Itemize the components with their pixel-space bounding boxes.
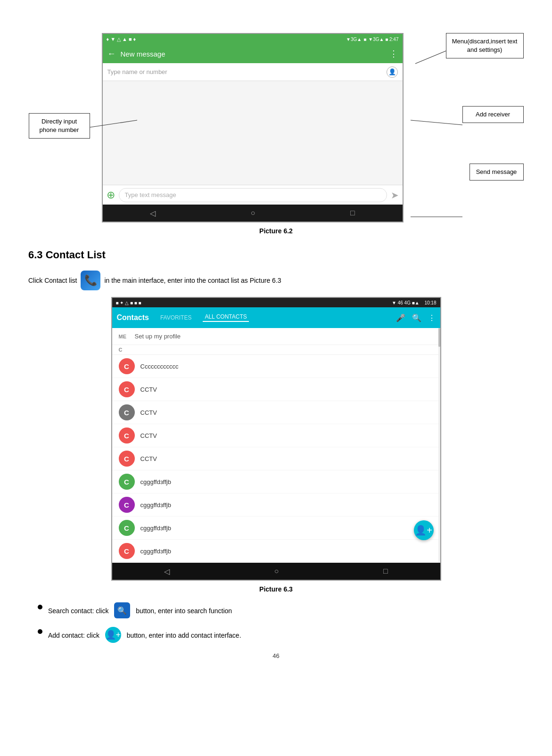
contact-avatar-2: C [119,404,135,420]
bullet-add: Add contact: click 👤+ button, enter into… [38,627,524,643]
contact-row-5[interactable]: C cgggffdзffjb [112,470,440,493]
contact-avatar-5: C [119,474,135,490]
contact-row-8[interactable]: C cgggffdзffjb [112,540,440,563]
contact-name-8: cgggffdзffjb [140,548,171,555]
recents-nav-icon[interactable]: □ [350,209,355,217]
contact-row-2[interactable]: C CCTV [112,401,440,424]
status-bar-62: ♦ ▼ △ ▲ ■ ♦ ▼3G▲ ■ ▼3G▲ ■ 2:47 [103,34,403,44]
section-intro: Click Contact list 📞 in the main interfa… [28,271,524,290]
contact-name-3: CCTV [140,432,157,439]
send-button-icon[interactable]: ➤ [391,189,399,201]
bullet-add-content: Add contact: click 👤+ button, enter into… [48,627,241,643]
send-message-callout: Send message [470,164,524,181]
contact-row-7[interactable]: C cgggffdзffjb [112,517,440,540]
svg-line-1 [411,120,462,125]
recipient-input[interactable]: Type name or number [107,68,387,75]
status-right-info: ▼3G▲ ■ ▼3G▲ ■ 2:47 [346,37,398,42]
add-person-icon[interactable]: 👤 [387,66,398,78]
more-icon[interactable]: ⋮ [389,49,398,59]
contact-name-2: CCTV [140,409,157,416]
time-display: ▼3G▲ ■ 2:47 [368,37,398,42]
contact-name-1: CCTV [140,386,157,393]
status-icon-1: ♦ [107,36,109,42]
nav-bar-63: ◁ ○ □ [112,563,440,580]
bottom-input-bar[interactable]: ⊕ Type text message ➤ [103,185,403,205]
tab-favorites[interactable]: FAVORITES [158,314,193,321]
add-receiver-callout: Add receiver [462,106,524,123]
intro-text-after: in the main interface, enter into the co… [104,277,281,284]
contact-avatar-4: C [119,451,135,467]
tab-all-contacts[interactable]: ALL CONTACTS [203,313,248,322]
contact-avatar-1: C [119,381,135,397]
contacts-toolbar: Contacts FAVORITES ALL CONTACTS 🎤 🔍 ⋮ [112,307,440,328]
scrollbar-track [438,328,440,563]
status-left-icons: ♦ ▼ △ ▲ ■ ♦ [107,36,136,42]
contact-row-3[interactable]: C CCTV [112,424,440,447]
mic-icon[interactable]: 🎤 [396,313,405,322]
battery-icon: ■ [363,37,366,42]
contacts-app-icon: 📞 [81,271,100,290]
screen-title: New message [121,50,385,58]
back-nav-icon[interactable]: ◁ [150,209,156,218]
contacts-recents-nav[interactable]: □ [383,567,388,575]
contacts-me-row[interactable]: ME Set up my profile [112,328,440,345]
message-text-input[interactable]: Type text message [119,188,387,202]
status-icon-3: △ [117,36,121,42]
message-area [103,81,403,185]
add-attachment-icon[interactable]: ⊕ [107,189,115,201]
contact-avatar-0: C [119,358,135,374]
intro-text-before: Click Contact list [28,277,77,284]
bullet-list: Search contact: click 🔍 button, enter in… [28,602,524,643]
caption-62: Picture 6.2 [29,227,524,235]
contacts-time: 10:18 [424,300,436,305]
toolbar-62: ← New message ⋮ [103,44,403,63]
home-nav-icon[interactable]: ○ [251,209,255,217]
contact-avatar-6: C [119,497,135,513]
contacts-home-nav[interactable]: ○ [274,567,279,575]
contact-row-1[interactable]: C CCTV [112,378,440,401]
phone-screen-63: ■ ✦ △ ■ ■ ■ ▼ 46 4G ■▲ 10:18 Contacts FA… [111,297,441,581]
search-button-icon[interactable]: 🔍 [114,602,130,618]
section-c-label: C [119,347,128,353]
contacts-action-icons: 🎤 🔍 ⋮ [396,313,436,322]
contacts-title: Contacts [117,313,149,322]
me-label: ME [119,334,128,339]
section-heading: 6.3 Contact List [28,249,524,261]
section-c-label-row: C [112,345,440,355]
contact-avatar-7: C [119,520,135,536]
directly-input-callout: Directly input phone number [29,113,90,139]
to-field[interactable]: Type name or number 👤 [103,63,403,81]
svg-line-0 [415,51,446,64]
status-icon-6: ♦ [133,36,136,42]
fab-add-contact[interactable]: 👤+ [414,520,434,540]
contacts-list: ME Set up my profile C C Cccccccccccc C [112,328,440,563]
add-text-after: button, enter into add contact interface… [127,632,241,639]
contacts-status-left: ■ ✦ △ ■ ■ ■ [116,300,141,305]
more-contacts-icon[interactable]: ⋮ [428,313,436,322]
contacts-back-nav[interactable]: ◁ [164,567,170,576]
status-icon-5: ■ [129,36,132,42]
contact-row-6[interactable]: C cgggffdзffjb [112,493,440,517]
back-icon[interactable]: ← [107,49,116,59]
nav-bar-62: ◁ ○ □ [103,205,403,222]
contact-name-7: cgggffdзffjb [140,525,171,532]
contact-name-6: cgggffdзffjb [140,501,171,509]
add-text-before: Add contact: click [48,632,99,639]
caption-63: Picture 6.3 [28,585,524,593]
contact-row-4[interactable]: C CCTV [112,447,440,470]
bullet-search: Search contact: click 🔍 button, enter in… [38,602,524,618]
search-text-after: button, enter into search function [136,607,232,615]
contact-name-0: Cccccccccccc [140,363,179,370]
search-contacts-icon[interactable]: 🔍 [412,313,421,322]
search-text-before: Search contact: click [48,607,108,615]
contact-row-0[interactable]: C Cccccccccccc [112,355,440,378]
bullet-dot-search [38,605,42,609]
contacts-signal: ▼ 46 4G ■▲ [392,300,420,305]
message-placeholder: Type text message [125,191,176,198]
add-contact-button-icon[interactable]: 👤+ [105,627,121,643]
status-icon-4: ▲ [122,36,127,42]
menu-callout: Menu(discard,insert text and settings) [446,33,524,58]
bullet-dot-add [38,629,42,634]
contact-name-4: CCTV [140,455,157,462]
page-number: 46 [28,652,524,659]
